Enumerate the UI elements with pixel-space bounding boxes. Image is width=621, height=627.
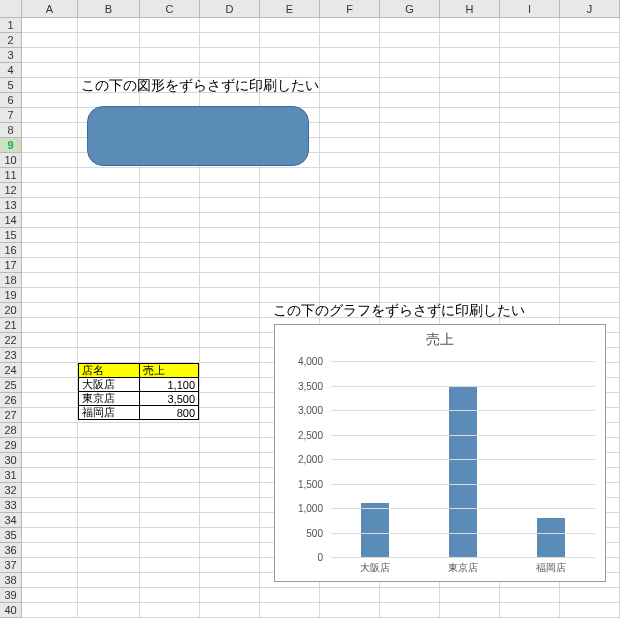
- chart-y-tick: 3,500: [275, 380, 323, 391]
- chart-gridline: [331, 435, 595, 436]
- column-header[interactable]: D: [200, 0, 260, 18]
- chart-y-tick: 4,000: [275, 356, 323, 367]
- chart-x-label: 東京店: [419, 561, 507, 575]
- row-header[interactable]: 29: [0, 438, 22, 453]
- row-header[interactable]: 4: [0, 63, 22, 78]
- spreadsheet: ABCDEFGHIJ 12345678910111213141516171819…: [0, 0, 621, 627]
- row-header[interactable]: 37: [0, 558, 22, 573]
- chart-y-tick: 1,500: [275, 478, 323, 489]
- row-header[interactable]: 40: [0, 603, 22, 618]
- row-header[interactable]: 34: [0, 513, 22, 528]
- row-header[interactable]: 9: [0, 138, 22, 153]
- row-header[interactable]: 33: [0, 498, 22, 513]
- row-header[interactable]: 7: [0, 108, 22, 123]
- row-header[interactable]: 21: [0, 318, 22, 333]
- row-header[interactable]: 15: [0, 228, 22, 243]
- row-header[interactable]: 25: [0, 378, 22, 393]
- row-header[interactable]: 19: [0, 288, 22, 303]
- row-header[interactable]: 18: [0, 273, 22, 288]
- row-header[interactable]: 8: [0, 123, 22, 138]
- row-header[interactable]: 35: [0, 528, 22, 543]
- table-header-name[interactable]: 店名: [78, 363, 140, 378]
- embedded-chart[interactable]: 売上 05001,0001,5002,0002,5003,0003,5004,0…: [274, 324, 606, 582]
- row-header[interactable]: 13: [0, 198, 22, 213]
- annotation-chart-text: この下のグラフをずらさずに印刷したい: [270, 303, 610, 318]
- select-all-corner[interactable]: [0, 0, 22, 18]
- row-header[interactable]: 3: [0, 48, 22, 63]
- row-header[interactable]: 5: [0, 78, 22, 93]
- column-header[interactable]: J: [560, 0, 620, 18]
- row-header[interactable]: 24: [0, 363, 22, 378]
- table-row[interactable]: 3,500: [139, 391, 199, 406]
- row-header[interactable]: 28: [0, 423, 22, 438]
- chart-x-label: 福岡店: [507, 561, 595, 575]
- row-header[interactable]: 17: [0, 258, 22, 273]
- row-header[interactable]: 26: [0, 393, 22, 408]
- row-header[interactable]: 32: [0, 483, 22, 498]
- chart-y-axis: 05001,0001,5002,0002,5003,0003,5004,000: [275, 361, 327, 557]
- row-header[interactable]: 6: [0, 93, 22, 108]
- chart-y-tick: 3,000: [275, 405, 323, 416]
- table-header-value[interactable]: 売上: [139, 363, 199, 378]
- chart-gridline: [331, 508, 595, 509]
- row-header[interactable]: 10: [0, 153, 22, 168]
- chart-bar[interactable]: [537, 518, 565, 557]
- chart-gridline: [331, 459, 595, 460]
- row-header[interactable]: 12: [0, 183, 22, 198]
- chart-gridline: [331, 410, 595, 411]
- row-header[interactable]: 31: [0, 468, 22, 483]
- column-header[interactable]: A: [22, 0, 78, 18]
- column-header[interactable]: I: [500, 0, 560, 18]
- row-header[interactable]: 22: [0, 333, 22, 348]
- table-row[interactable]: 東京店: [78, 391, 140, 406]
- chart-y-tick: 2,500: [275, 429, 323, 440]
- row-headers: 1234567891011121314151617181920212223242…: [0, 18, 22, 618]
- table-row[interactable]: 福岡店: [78, 405, 140, 420]
- row-header[interactable]: 16: [0, 243, 22, 258]
- column-headers: ABCDEFGHIJ: [0, 0, 620, 18]
- chart-y-tick: 0: [275, 552, 323, 563]
- row-header[interactable]: 38: [0, 573, 22, 588]
- chart-gridline: [331, 557, 595, 558]
- chart-gridline: [331, 484, 595, 485]
- chart-y-tick: 1,000: [275, 503, 323, 514]
- row-header[interactable]: 30: [0, 453, 22, 468]
- table-row[interactable]: 800: [139, 405, 199, 420]
- chart-bar[interactable]: [361, 503, 389, 557]
- column-header[interactable]: H: [440, 0, 500, 18]
- column-header[interactable]: C: [140, 0, 200, 18]
- column-header[interactable]: B: [78, 0, 140, 18]
- chart-x-axis: 大阪店東京店福岡店: [331, 561, 595, 575]
- chart-y-tick: 500: [275, 527, 323, 538]
- chart-gridline: [331, 386, 595, 387]
- row-header[interactable]: 1: [0, 18, 22, 33]
- row-header[interactable]: 36: [0, 543, 22, 558]
- row-header[interactable]: 23: [0, 348, 22, 363]
- table-row[interactable]: 大阪店: [78, 377, 140, 392]
- chart-title: 売上: [275, 325, 605, 351]
- rounded-rectangle-shape[interactable]: [87, 106, 309, 166]
- chart-gridline: [331, 533, 595, 534]
- chart-y-tick: 2,000: [275, 454, 323, 465]
- annotation-shape-text: この下の図形をずらさずに印刷したい: [78, 78, 358, 93]
- table-row[interactable]: 1,100: [139, 377, 199, 392]
- row-header[interactable]: 2: [0, 33, 22, 48]
- row-header[interactable]: 39: [0, 588, 22, 603]
- row-header[interactable]: 14: [0, 213, 22, 228]
- column-header[interactable]: G: [380, 0, 440, 18]
- chart-bar[interactable]: [449, 386, 477, 558]
- row-header[interactable]: 11: [0, 168, 22, 183]
- chart-gridline: [331, 361, 595, 362]
- column-header[interactable]: E: [260, 0, 320, 18]
- column-header[interactable]: F: [320, 0, 380, 18]
- row-header[interactable]: 27: [0, 408, 22, 423]
- chart-x-label: 大阪店: [331, 561, 419, 575]
- row-header[interactable]: 20: [0, 303, 22, 318]
